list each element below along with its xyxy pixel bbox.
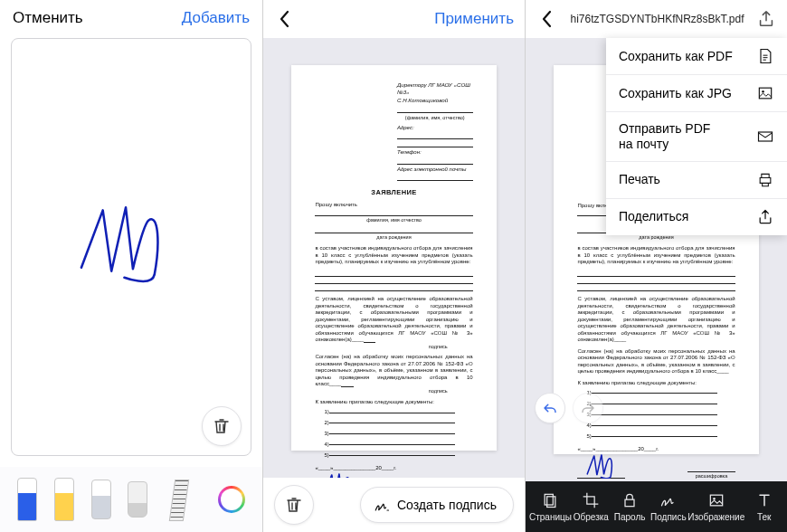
back-button[interactable] bbox=[536, 8, 558, 30]
tab-pages[interactable]: Страницы bbox=[529, 491, 572, 522]
delete-button[interactable] bbox=[274, 485, 314, 525]
share-menu: Сохранить как PDF Сохранить как JPG Отпр… bbox=[606, 38, 787, 235]
undo-button[interactable] bbox=[535, 393, 565, 423]
pane3-header: hi76tzTGSDYNTbHKfNRz8sBkT.pdf bbox=[526, 0, 787, 38]
doc-body3: Согласен (на) на обработку моих персонал… bbox=[577, 348, 735, 375]
doc-dob-caption: дата рождения bbox=[315, 234, 472, 241]
share-label: Отправить PDF на почту bbox=[619, 121, 710, 152]
create-signature-label: Создать подпись bbox=[397, 498, 497, 512]
pen-tool-blue[interactable] bbox=[17, 478, 37, 521]
doc-date: «____»______________20____г. bbox=[577, 446, 735, 453]
signature-canvas-wrap bbox=[0, 38, 262, 467]
undo-icon bbox=[542, 402, 558, 414]
doc-attach: К заявлению прилагаю следующие документы… bbox=[577, 380, 735, 387]
svg-point-1 bbox=[762, 90, 764, 93]
marker-tool-yellow[interactable] bbox=[54, 478, 74, 521]
svg-point-7 bbox=[713, 498, 716, 500]
crop-icon bbox=[582, 491, 600, 509]
chevron-left-icon bbox=[541, 10, 554, 28]
share-label: Сохранить как JPG bbox=[619, 86, 732, 101]
doc-fio-caption: (фамилия, имя, отчество) bbox=[397, 115, 473, 121]
eraser-tool[interactable] bbox=[128, 481, 147, 518]
signature-canvas[interactable] bbox=[11, 38, 251, 456]
redo-button[interactable] bbox=[573, 393, 603, 423]
signature-editor-pane: Отменить Добавить bbox=[0, 0, 262, 532]
doc-body1: в состав участников индивидуального отбо… bbox=[577, 245, 735, 266]
doc-email-label: Адрес электронной почты bbox=[397, 166, 467, 174]
tab-password[interactable]: Пароль bbox=[611, 491, 650, 522]
placed-signature bbox=[583, 453, 624, 479]
lock-icon bbox=[621, 491, 639, 509]
delete-signature-button[interactable] bbox=[202, 406, 242, 446]
create-signature-button[interactable]: Создать подпись bbox=[360, 487, 514, 523]
tab-label: Пароль bbox=[614, 512, 646, 522]
svg-rect-2 bbox=[759, 132, 773, 141]
svg-rect-3 bbox=[545, 494, 554, 505]
apply-signature-pane: Применить Директору ЛГ МАОУ «СОШ №3» С.Н… bbox=[262, 0, 525, 532]
pencil-tool[interactable] bbox=[91, 480, 111, 519]
sig-caption-right: расшифровка подписи bbox=[687, 473, 735, 481]
share-item-mail[interactable]: Отправить PDF на почту bbox=[606, 112, 787, 162]
color-picker-button[interactable] bbox=[218, 486, 245, 513]
document-preview-area[interactable]: Директору ЛГ МАОУ «СОШ №3» С.Н.Котовщико… bbox=[263, 38, 525, 478]
share-item-save-jpg[interactable]: Сохранить как JPG bbox=[606, 75, 787, 112]
image-file-icon bbox=[756, 84, 774, 102]
drawn-signature bbox=[74, 180, 189, 305]
share-label: Поделиться bbox=[619, 209, 688, 224]
doc-recipient-2: С.Н.Котовщиковой bbox=[397, 97, 473, 105]
svg-rect-0 bbox=[759, 88, 771, 99]
pages-icon bbox=[541, 491, 559, 509]
doc-body2: С уставом, лицензией на осуществление об… bbox=[577, 296, 735, 344]
add-button[interactable]: Добавить bbox=[182, 9, 250, 27]
doc-fio-line-caption: фамилия, имя отчество bbox=[315, 217, 472, 223]
pdf-file-icon bbox=[756, 47, 774, 65]
doc-date: «____»______________20____г. bbox=[315, 465, 472, 472]
share-icon bbox=[756, 208, 774, 226]
undo-redo-bar bbox=[535, 393, 603, 423]
cancel-button[interactable]: Отменить bbox=[13, 9, 83, 27]
doc-include: Прошу включить bbox=[315, 202, 357, 207]
apply-button[interactable]: Применить bbox=[434, 10, 514, 28]
text-icon bbox=[755, 491, 773, 509]
tab-label: Тек bbox=[757, 512, 771, 522]
export-icon bbox=[756, 9, 776, 29]
redo-icon bbox=[580, 402, 596, 414]
tab-text[interactable]: Тек bbox=[744, 491, 783, 522]
chevron-left-icon bbox=[279, 10, 291, 28]
tab-image[interactable]: Изображение bbox=[687, 491, 744, 522]
tab-signature[interactable]: Подпись bbox=[649, 491, 687, 522]
drawing-toolbar bbox=[0, 467, 262, 532]
svg-rect-6 bbox=[710, 495, 722, 506]
document-filename: hi76tzTGSDYNTbHKfNRz8sBkT.pdf bbox=[558, 13, 756, 25]
pane1-header: Отменить Добавить bbox=[0, 0, 262, 38]
doc-body2: С уставом, лицензией на осуществление об… bbox=[315, 296, 472, 349]
tab-crop[interactable]: Обрезка bbox=[572, 491, 611, 522]
share-label: Печать bbox=[619, 172, 660, 187]
ruler-tool[interactable] bbox=[165, 478, 201, 521]
document-page: Директору ЛГ МАОУ «СОШ №3» С.Н.Котовщико… bbox=[291, 65, 496, 451]
share-item-save-pdf[interactable]: Сохранить как PDF bbox=[606, 38, 787, 75]
signature-icon bbox=[374, 497, 390, 513]
svg-rect-4 bbox=[547, 497, 555, 508]
doc-tel-label: Телефон: bbox=[397, 149, 433, 157]
doc-attach: К заявлению прилагаю следующие документы… bbox=[315, 399, 472, 406]
share-item-print[interactable]: Печать bbox=[606, 162, 787, 199]
export-button[interactable] bbox=[756, 9, 776, 29]
doc-addr-label: Адрес: bbox=[397, 125, 433, 132]
back-button[interactable] bbox=[274, 8, 296, 30]
tab-label: Страницы bbox=[529, 512, 572, 522]
doc-body3: Согласен (на) на обработку моих персонал… bbox=[315, 354, 472, 394]
pane3-bottom-tabs: Страницы Обрезка Пароль Подпись Изображе… bbox=[526, 481, 787, 532]
trash-icon bbox=[286, 496, 302, 514]
tab-label: Обрезка bbox=[574, 512, 609, 522]
tab-label: Подпись bbox=[650, 512, 687, 522]
signature-icon bbox=[659, 491, 678, 509]
sig-caption-left: подпись bbox=[577, 480, 624, 481]
pane2-bottom-bar: Создать подпись bbox=[263, 478, 525, 532]
doc-body3-sig: подпись bbox=[315, 388, 447, 394]
tab-label: Изображение bbox=[687, 512, 744, 522]
doc-recipient-1: Директору ЛГ МАОУ «СОШ №3» bbox=[397, 81, 473, 97]
placed-signature bbox=[320, 472, 362, 478]
share-item-share[interactable]: Поделиться bbox=[606, 199, 787, 235]
doc-dob-caption: дата рождения bbox=[577, 234, 735, 241]
